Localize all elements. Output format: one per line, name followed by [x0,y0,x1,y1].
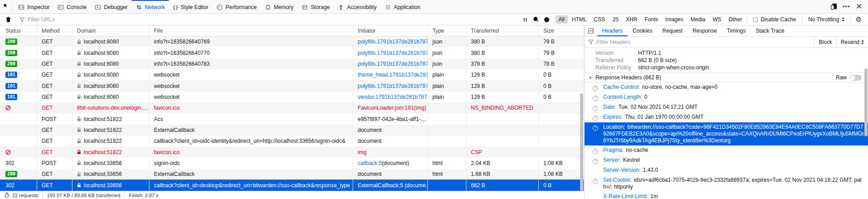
disable-cache-control[interactable]: Disable Cache [748,16,801,23]
column-header-size[interactable]: Size [539,25,584,36]
type-filter-pill[interactable]: WS [710,15,724,24]
menu-icon[interactable]: ••• [841,1,852,12]
tab-performance[interactable]: Performance [212,0,261,13]
request-row[interactable]: 101 GET localhost:8080 websocket vendor.… [0,92,584,102]
pick-element-icon[interactable] [0,0,11,11]
request-row[interactable]: 101 GET localhost:8080 websocket polyfil… [0,80,584,91]
tab-storage[interactable]: Storage [297,0,334,13]
details-tab[interactable]: Timings [722,25,751,36]
tab-style-editor[interactable]: { } Style Editor [169,0,212,13]
header-row[interactable]: ? Expires:Thu, 01 Jan 1970 00:00:00 GMT [585,112,868,122]
tab-network[interactable]: Network [132,0,169,13]
details-pane-toggle-icon[interactable] [585,25,597,36]
pause-traffic-icon[interactable] [520,14,531,25]
type-filter-pill[interactable]: Images [662,15,686,24]
details-tab[interactable]: Response [687,25,722,36]
help-icon[interactable]: ? [593,159,598,164]
type-filter-pill[interactable]: All [556,15,568,24]
header-row[interactable]: ? Pragma:no-cache [585,146,868,155]
tab-inspector[interactable]: Inspector [14,0,53,13]
type-filter-pill[interactable]: HTML [569,15,590,24]
header-row[interactable]: ? Date:Tue, 02 Nov 2021 04:17:21 GMT [585,102,868,112]
request-row[interactable]: GET localhost:51822 ExternalCallback doc… [0,125,584,136]
request-row[interactable]: 200 GET localhost:8080 info?t=1635826640… [0,36,584,47]
header-row[interactable]: ? Content-Length:0 [585,92,868,102]
help-icon[interactable]: ? [593,179,598,184]
request-row[interactable]: POST localhost:51822 Acs e957f897-042e-4… [0,113,584,124]
performance-analysis-icon[interactable] [4,192,10,198]
column-header-domain[interactable]: Domain [72,25,149,36]
type-filter-pill[interactable]: JS [609,15,622,24]
request-row[interactable]: 302 POST localhost:33656 signin-oidc cal… [0,158,584,169]
request-row[interactable]: GET localhost:51822 callback?client_id=o… [0,136,584,146]
disable-cache-checkbox[interactable] [753,17,758,22]
status-badge: 200 [5,61,17,67]
details-scrollbar[interactable] [864,68,868,136]
details-tab[interactable]: Cookies [628,25,657,36]
request-list-scrollbar[interactable] [580,93,583,191]
type-filter-pill[interactable]: CSS [591,15,609,24]
type-filter-pill[interactable]: XHR [623,15,640,24]
header-row[interactable]: ? Server-Version:1.43.0 [585,165,868,175]
tab-debugger[interactable]: Debugger [91,0,132,13]
request-row[interactable]: GET 8bit-solutions-dev.onelogin.… favico… [0,102,584,113]
response-headers-section[interactable]: ▼ Response Headers (662 B) Raw [585,73,868,83]
block-button[interactable]: Block [814,37,836,47]
summary-label: Version [595,50,638,56]
close-icon[interactable]: ✕ [854,1,864,12]
request-row[interactable]: 200 GET localhost:8080 info?t=1635826640… [0,47,584,58]
header-row[interactable]: ? Server:Kestrel [585,155,868,165]
help-icon[interactable]: ? [593,86,598,91]
header-row[interactable]: ? Set-Cookie:idsrv=adf6cba1-7075-402b-9e… [585,175,868,192]
column-header-transferred[interactable]: Transferred [466,25,539,36]
filter-headers-input[interactable] [596,39,814,45]
header-row[interactable]: ? Cache-Control:no-store, no-cache, max-… [585,83,868,92]
throttling-select[interactable]: No Throttling [804,16,849,23]
filter-funnel-icon [19,17,25,22]
help-icon[interactable]: ? [593,149,598,154]
tab-console[interactable]: Console [53,0,91,13]
search-icon[interactable] [531,14,542,25]
size-text: 0 B [543,94,551,100]
initiator-text: polyfills.1791b137de281b787… [358,83,428,89]
clear-requests-icon[interactable] [3,14,14,25]
column-header-status[interactable]: Status [0,25,37,36]
details-tab[interactable]: Headers [597,25,628,36]
tab-memory[interactable]: Memory [261,0,297,13]
block-request-icon[interactable] [542,14,552,25]
request-row[interactable]: GET localhost:51822 favicon.ico img CSP [0,146,584,157]
help-icon[interactable]: ? [593,116,598,121]
tab-application[interactable]: Application [381,0,425,13]
initiator-text: theme_head.1791b137de281… [358,72,428,78]
tab-accessibility[interactable]: Accessibility [334,0,380,13]
header-row[interactable]: ? Location:bitwarden://sso-callback?code… [585,122,868,146]
request-row[interactable]: 200 GET localhost:33656 ExternalCallback… [0,169,584,180]
type-filter-pill[interactable]: Fonts [642,15,662,24]
type-filter-pill[interactable]: Other [725,15,745,24]
select-arrows-icon [842,17,844,22]
summary-row: Referrer Policy strict-origin-when-cross… [585,64,868,71]
raw-toggle[interactable] [850,75,862,81]
column-header-method[interactable]: Method [37,25,72,36]
column-header-file[interactable]: File [149,25,353,36]
column-header-initiator[interactable]: Initiator [353,25,428,36]
network-settings-gear-icon[interactable]: ⚙ [852,15,865,24]
resend-button[interactable]: Resend [836,37,868,47]
column-header-type[interactable]: Type [428,25,466,36]
details-tab[interactable]: Stack Trace [751,25,789,36]
section-caret-icon: ▼ [589,76,592,80]
transferred-text: NS_BINDING_ABORTED [471,105,533,111]
request-row[interactable]: 101 GET localhost:8080 websocket theme_h… [0,69,584,80]
header-row[interactable]: ? X-Rate-Limit-Limit:1m [585,192,868,199]
help-icon[interactable]: ? [593,96,598,101]
type-filter-pill[interactable]: Media [687,15,709,24]
console-icon [58,4,64,10]
details-tab[interactable]: Request [657,25,688,36]
help-icon[interactable]: ? [593,126,598,131]
filter-urls-input[interactable] [28,16,520,23]
help-icon[interactable]: ? [593,106,598,111]
dock-mode-icon[interactable] [828,1,839,12]
tab-label: Storage [311,4,330,10]
request-row[interactable]: 200 GET localhost:8080 info?t=1635826640… [0,58,584,69]
request-row[interactable]: 302 GET localhost:33656 callback?client_… [0,180,584,190]
